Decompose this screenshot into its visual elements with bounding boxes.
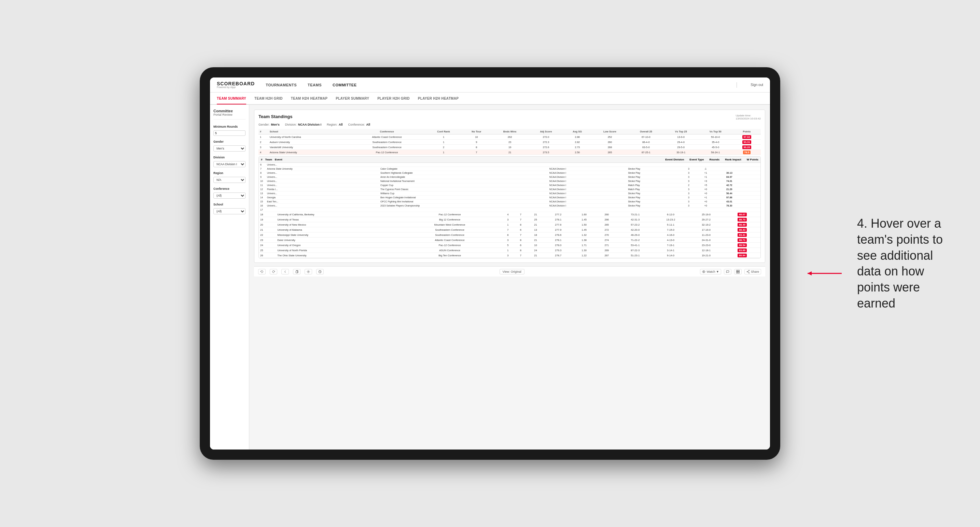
division-select[interactable]: NCAA Division I NCAA Division II <box>213 161 245 167</box>
table-row-highlighted[interactable]: 4 Arizona State University Pac-12 Confer… <box>258 150 761 155</box>
tooltip-team-label: Team <box>265 158 272 161</box>
tooltip-row: 8 Univers... Southern Highlands Collegia… <box>259 171 760 175</box>
table-row[interactable]: 20 University of New Mexico Mountain Wes… <box>259 222 760 227</box>
tooltip-row: 17 <box>259 208 760 212</box>
points-value: 83.89 <box>738 249 747 252</box>
comment-icon <box>726 270 729 273</box>
table-row[interactable]: 24 University of Oregon Pac-12 Conferenc… <box>259 243 760 248</box>
filter-conference-label: Conference: <box>348 123 365 126</box>
tab-team-summary[interactable]: TEAM SUMMARY <box>217 93 246 105</box>
standings-table: # School Conference Conf Rank No Tour Bn… <box>258 129 761 155</box>
filter-division: Division: NCAA Division I <box>285 123 321 126</box>
points-value: 88.07 <box>738 213 747 216</box>
table-row[interactable]: 2 Auburn University Southeastern Confere… <box>258 140 761 145</box>
points-value: 88.54 <box>738 243 747 247</box>
nav-committee[interactable]: COMMITTEE <box>332 83 358 87</box>
points-value: 83.41 <box>738 233 747 237</box>
nav-teams[interactable]: TEAMS <box>307 83 322 87</box>
tablet-frame: SCOREBOARD Powered by clippi TOURNAMENTS… <box>200 67 780 460</box>
table-row[interactable]: 22 Mississippi State University Southeas… <box>259 232 760 238</box>
region-label: Region <box>213 171 245 175</box>
table-row[interactable]: 3 Vanderbilt University Southeastern Con… <box>258 145 761 150</box>
clock-button[interactable] <box>316 269 324 275</box>
grid-icon <box>736 270 740 273</box>
table-row[interactable]: 1 University of North Carolina Atlantic … <box>258 135 761 140</box>
filter-region: Region: All <box>327 123 343 126</box>
card-title: Team Standings <box>258 114 292 119</box>
copy-button[interactable] <box>293 269 301 275</box>
bottom-toolbar: View: Original Watch ▼ <box>254 266 765 276</box>
undo-button[interactable] <box>258 269 266 275</box>
redo-icon <box>272 270 275 273</box>
logo-text: SCOREBOARD <box>217 81 255 86</box>
col-vs25: Vs Top 25 <box>664 129 698 135</box>
sidebar: Committee Portal Review Minimum Rounds G… <box>210 105 249 449</box>
nav-divider <box>737 82 737 88</box>
share-button[interactable]: Share <box>745 269 761 275</box>
tooltip-row: 13 Univers... Williams Cup NCAA Division… <box>259 192 760 195</box>
tab-team-h2h-heatmap[interactable]: TEAM H2H HEATMAP <box>291 93 328 105</box>
share-icon <box>746 270 750 273</box>
points-value: 97.02 <box>742 135 752 139</box>
points-value-highlighted: 78.5 <box>743 151 751 154</box>
update-datetime: 13/03/2024 10:03:42 <box>736 117 761 120</box>
watch-button[interactable]: Watch ▼ <box>700 269 721 275</box>
annotation-area: 4. Hover over a team's points to see add… <box>857 216 953 312</box>
gender-label: Gender <box>213 140 245 143</box>
view-label[interactable]: View: Original <box>500 269 525 275</box>
filter-conference-value: All <box>366 123 370 126</box>
col-adj-score: Adj Score <box>528 129 563 135</box>
tab-player-h2h-grid[interactable]: PLAYER H2H GRID <box>377 93 410 105</box>
tooltip-table: 6 Univers... 7 <box>259 163 760 212</box>
col-avg-sg: Avg SG <box>563 129 592 135</box>
nav-tournaments[interactable]: TOURNAMENTS <box>265 83 298 87</box>
points-value: 88.70 <box>738 218 747 222</box>
sidebar-title: Committee Portal Review <box>213 109 245 119</box>
redo-button[interactable] <box>270 269 277 275</box>
sign-out-link[interactable]: Sign out <box>751 83 763 87</box>
conference-select[interactable]: (All) <box>213 192 245 198</box>
table-row[interactable]: 26 The Ohio State University Big Ten Con… <box>259 253 760 258</box>
card-header: Team Standings Update time: 13/03/2024 1… <box>258 114 761 120</box>
settings-button[interactable] <box>305 269 312 275</box>
tab-player-summary[interactable]: PLAYER SUMMARY <box>336 93 369 105</box>
svg-point-3 <box>308 271 309 272</box>
filter-division-value: NCAA Division I <box>298 123 321 126</box>
tooltip-row: 15 East Ten... OFCC Fighting Illini Invi… <box>259 200 760 204</box>
gender-select[interactable]: Men's Women's <box>213 145 245 152</box>
min-rounds-label: Minimum Rounds <box>213 125 245 129</box>
share-label: Share <box>751 270 759 273</box>
table-row[interactable]: 18 University of California, Berkeley Pa… <box>259 212 760 217</box>
school-select[interactable]: (All) <box>213 208 245 214</box>
tab-player-h2h-heatmap[interactable]: PLAYER H2H HEATMAP <box>418 93 458 105</box>
table-row[interactable]: 19 University of Texas Big 12 Conference… <box>259 217 760 222</box>
filter-gender: Gender: Men's <box>258 123 280 126</box>
min-rounds-input[interactable] <box>213 130 245 136</box>
tooltip-row: 16 Univers... 2023 Sahalee Players Champ… <box>259 204 760 208</box>
tooltip-team-header: # <box>261 158 262 161</box>
prev-icon <box>283 270 287 273</box>
conference-label: Conference <box>213 187 245 190</box>
table-row[interactable]: 23 Duke University Atlantic Coast Confer… <box>259 238 760 243</box>
clock-icon <box>318 270 322 273</box>
svg-marker-1 <box>808 271 812 275</box>
comment-button[interactable] <box>724 269 732 275</box>
filter-row: Gender: Men's Division: NCAA Division I … <box>258 123 761 126</box>
table-row[interactable]: 21 University of Alabama Southeastern Co… <box>259 227 760 232</box>
grid-button[interactable] <box>734 269 742 275</box>
watch-label: Watch ▼ <box>706 270 719 273</box>
gear-icon <box>307 270 310 273</box>
toolbar-center: View: Original <box>328 269 696 275</box>
content-area: Team Standings Update time: 13/03/2024 1… <box>249 105 770 449</box>
region-select[interactable]: N/A <box>213 177 245 183</box>
col-rank: # <box>258 129 268 135</box>
prev-button[interactable] <box>282 269 289 275</box>
tab-team-h2h-grid[interactable]: TEAM H2H GRID <box>255 93 283 105</box>
portal-review: Portal Review <box>213 113 245 116</box>
svg-rect-7 <box>738 270 740 271</box>
svg-rect-6 <box>737 270 738 271</box>
table-row[interactable]: 25 University of North Florida ASUN Conf… <box>259 248 760 253</box>
points-value: 80.94 <box>738 254 747 257</box>
tooltip-overlay: # Team Event Event Division Event Type R… <box>258 156 761 259</box>
points-value: 88.49 <box>738 223 747 227</box>
